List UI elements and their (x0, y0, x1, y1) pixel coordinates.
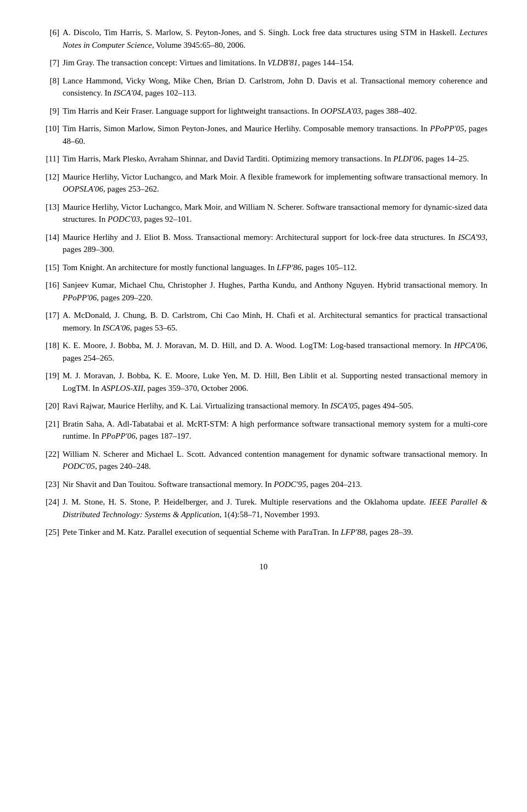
ref-number: [20] (40, 400, 63, 412)
ref-number: [17] (40, 309, 63, 334)
ref-number: [14] (40, 231, 63, 256)
list-item: [18]K. E. Moore, J. Bobba, M. J. Moravan… (40, 339, 487, 364)
ref-content: Maurice Herlihy, Victor Luchangco, and M… (63, 171, 487, 195)
list-item: [7]Jim Gray. The transaction concept: Vi… (40, 57, 487, 69)
ref-content: Maurice Herlihy, Victor Luchangco, Mark … (63, 201, 487, 226)
list-item: [13]Maurice Herlihy, Victor Luchangco, M… (40, 201, 487, 226)
ref-number: [21] (40, 418, 63, 443)
ref-content: Ravi Rajwar, Maurice Herlihy, and K. Lai… (63, 400, 487, 412)
ref-number: [12] (40, 171, 63, 195)
list-item: [6]A. Discolo, Tim Harris, S. Marlow, S.… (40, 26, 487, 51)
ref-content: Tom Knight. An architecture for mostly f… (63, 261, 487, 274)
ref-content: Tim Harris, Simon Marlow, Simon Peyton-J… (63, 122, 487, 147)
ref-content: K. E. Moore, J. Bobba, M. J. Moravan, M.… (63, 339, 487, 364)
ref-content: M. J. Moravan, J. Bobba, K. E. Moore, Lu… (63, 369, 487, 394)
ref-number: [9] (40, 105, 63, 117)
ref-number: [25] (40, 526, 63, 539)
list-item: [25]Pete Tinker and M. Katz. Parallel ex… (40, 526, 487, 539)
ref-content: Lance Hammond, Vicky Wong, Mike Chen, Br… (63, 75, 487, 99)
list-item: [9]Tim Harris and Keir Fraser. Language … (40, 105, 487, 117)
ref-number: [16] (40, 279, 63, 304)
ref-content: William N. Scherer and Michael L. Scott.… (63, 448, 487, 473)
ref-content: J. M. Stone, H. S. Stone, P. Heidelberge… (63, 496, 487, 520)
ref-number: [23] (40, 478, 63, 491)
ref-number: [11] (40, 153, 63, 165)
list-item: [24]J. M. Stone, H. S. Stone, P. Heidelb… (40, 496, 487, 520)
list-item: [21]Bratin Saha, A. Adl-Tabatabai et al.… (40, 418, 487, 443)
list-item: [17]A. McDonald, J. Chung, B. D. Carlstr… (40, 309, 487, 334)
ref-number: [8] (40, 75, 63, 99)
ref-number: [24] (40, 496, 63, 520)
list-item: [20]Ravi Rajwar, Maurice Herlihy, and K.… (40, 400, 487, 412)
list-item: [23]Nir Shavit and Dan Touitou. Software… (40, 478, 487, 491)
ref-number: [10] (40, 122, 63, 147)
ref-number: [7] (40, 57, 63, 69)
ref-content: Sanjeev Kumar, Michael Chu, Christopher … (63, 279, 487, 304)
list-item: [14]Maurice Herlihy and J. Eliot B. Moss… (40, 231, 487, 256)
ref-number: [15] (40, 261, 63, 274)
ref-number: [19] (40, 369, 63, 394)
ref-number: [22] (40, 448, 63, 473)
list-item: [8]Lance Hammond, Vicky Wong, Mike Chen,… (40, 75, 487, 99)
ref-content: A. Discolo, Tim Harris, S. Marlow, S. Pe… (63, 26, 487, 51)
list-item: [16]Sanjeev Kumar, Michael Chu, Christop… (40, 279, 487, 304)
ref-content: Bratin Saha, A. Adl-Tabatabai et al. McR… (63, 418, 487, 443)
ref-content: Pete Tinker and M. Katz. Parallel execut… (63, 526, 487, 539)
ref-number: [18] (40, 339, 63, 364)
list-item: [11]Tim Harris, Mark Plesko, Avraham Shi… (40, 153, 487, 165)
ref-number: [13] (40, 201, 63, 226)
ref-content: Maurice Herlihy and J. Eliot B. Moss. Tr… (63, 231, 487, 256)
list-item: [12]Maurice Herlihy, Victor Luchangco, a… (40, 171, 487, 195)
list-item: [19]M. J. Moravan, J. Bobba, K. E. Moore… (40, 369, 487, 394)
ref-content: Jim Gray. The transaction concept: Virtu… (63, 57, 487, 69)
ref-content: Tim Harris, Mark Plesko, Avraham Shinnar… (63, 153, 487, 165)
list-item: [10]Tim Harris, Simon Marlow, Simon Peyt… (40, 122, 487, 147)
ref-content: Tim Harris and Keir Fraser. Language sup… (63, 105, 487, 117)
list-item: [15]Tom Knight. An architecture for most… (40, 261, 487, 274)
ref-content: Nir Shavit and Dan Touitou. Software tra… (63, 478, 487, 491)
ref-number: [6] (40, 26, 63, 51)
list-item: [22]William N. Scherer and Michael L. Sc… (40, 448, 487, 473)
references-list: [6]A. Discolo, Tim Harris, S. Marlow, S.… (40, 26, 487, 539)
page-number: 10 (40, 561, 487, 573)
ref-content: A. McDonald, J. Chung, B. D. Carlstrom, … (63, 309, 487, 334)
